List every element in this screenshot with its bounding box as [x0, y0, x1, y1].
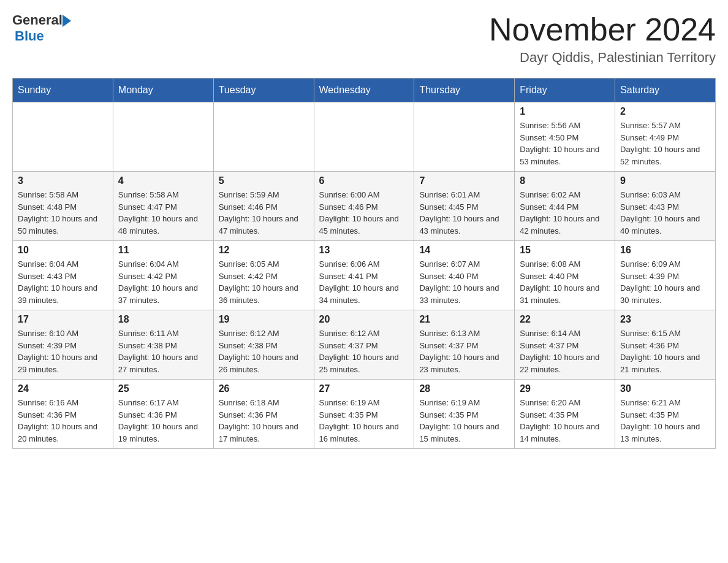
day-number: 5 — [219, 175, 309, 186]
weekday-header-wednesday: Wednesday — [314, 79, 414, 102]
day-info: Sunrise: 6:03 AMSunset: 4:43 PMDaylight:… — [620, 189, 710, 237]
day-info: Sunrise: 6:06 AMSunset: 4:41 PMDaylight:… — [319, 258, 409, 306]
calendar-cell: 14Sunrise: 6:07 AMSunset: 4:40 PMDayligh… — [414, 241, 515, 310]
calendar-cell — [113, 102, 213, 172]
day-info: Sunrise: 6:19 AMSunset: 4:35 PMDaylight:… — [419, 397, 509, 445]
calendar-cell: 8Sunrise: 6:02 AMSunset: 4:44 PMDaylight… — [515, 172, 615, 241]
calendar-cell: 3Sunrise: 5:58 AMSunset: 4:48 PMDaylight… — [13, 172, 113, 241]
day-info: Sunrise: 6:08 AMSunset: 4:40 PMDaylight:… — [520, 258, 610, 306]
month-title: November 2024 — [489, 12, 716, 47]
weekday-header-thursday: Thursday — [414, 79, 515, 102]
calendar-cell: 24Sunrise: 6:16 AMSunset: 4:36 PMDayligh… — [13, 380, 113, 449]
weekday-header-saturday: Saturday — [615, 79, 716, 102]
day-number: 27 — [319, 383, 409, 394]
day-info: Sunrise: 6:21 AMSunset: 4:35 PMDaylight:… — [620, 397, 710, 445]
calendar-cell: 28Sunrise: 6:19 AMSunset: 4:35 PMDayligh… — [414, 380, 515, 449]
day-number: 15 — [520, 245, 610, 256]
day-info: Sunrise: 6:01 AMSunset: 4:45 PMDaylight:… — [419, 189, 509, 237]
calendar-cell: 10Sunrise: 6:04 AMSunset: 4:43 PMDayligh… — [13, 241, 113, 310]
day-info: Sunrise: 6:12 AMSunset: 4:37 PMDaylight:… — [319, 327, 409, 375]
day-number: 17 — [18, 314, 108, 325]
title-section: November 2024 Dayr Qiddis, Palestinian T… — [489, 12, 716, 66]
day-number: 29 — [520, 383, 610, 394]
calendar-cell: 12Sunrise: 6:05 AMSunset: 4:42 PMDayligh… — [213, 241, 314, 310]
calendar-cell: 7Sunrise: 6:01 AMSunset: 4:45 PMDaylight… — [414, 172, 515, 241]
day-info: Sunrise: 6:05 AMSunset: 4:42 PMDaylight:… — [219, 258, 309, 306]
calendar-cell: 1Sunrise: 5:56 AMSunset: 4:50 PMDaylight… — [515, 102, 615, 172]
calendar-cell: 16Sunrise: 6:09 AMSunset: 4:39 PMDayligh… — [615, 241, 716, 310]
day-info: Sunrise: 6:07 AMSunset: 4:40 PMDaylight:… — [419, 258, 509, 306]
day-number: 8 — [520, 175, 610, 186]
day-number: 24 — [18, 383, 108, 394]
day-info: Sunrise: 5:59 AMSunset: 4:46 PMDaylight:… — [219, 189, 309, 237]
day-info: Sunrise: 5:57 AMSunset: 4:49 PMDaylight:… — [620, 120, 710, 167]
calendar-cell: 4Sunrise: 5:58 AMSunset: 4:47 PMDaylight… — [113, 172, 213, 241]
calendar-cell: 27Sunrise: 6:19 AMSunset: 4:35 PMDayligh… — [314, 380, 414, 449]
location-subtitle: Dayr Qiddis, Palestinian Territory — [489, 50, 716, 66]
calendar-cell: 5Sunrise: 5:59 AMSunset: 4:46 PMDaylight… — [213, 172, 314, 241]
day-number: 18 — [118, 314, 208, 325]
calendar-cell: 30Sunrise: 6:21 AMSunset: 4:35 PMDayligh… — [615, 380, 716, 449]
day-number: 2 — [620, 106, 710, 117]
day-number: 28 — [419, 383, 509, 394]
day-info: Sunrise: 6:04 AMSunset: 4:43 PMDaylight:… — [18, 258, 108, 306]
day-info: Sunrise: 6:02 AMSunset: 4:44 PMDaylight:… — [520, 189, 610, 237]
calendar-week-row: 1Sunrise: 5:56 AMSunset: 4:50 PMDaylight… — [13, 102, 716, 172]
day-number: 21 — [419, 314, 509, 325]
calendar-cell: 15Sunrise: 6:08 AMSunset: 4:40 PMDayligh… — [515, 241, 615, 310]
day-info: Sunrise: 6:13 AMSunset: 4:37 PMDaylight:… — [419, 327, 509, 375]
page-header: General Blue November 2024 Dayr Qiddis, … — [12, 12, 716, 66]
calendar-cell — [414, 102, 515, 172]
day-number: 25 — [118, 383, 208, 394]
day-info: Sunrise: 6:10 AMSunset: 4:39 PMDaylight:… — [18, 327, 108, 375]
calendar-week-row: 10Sunrise: 6:04 AMSunset: 4:43 PMDayligh… — [13, 241, 716, 310]
calendar-cell: 9Sunrise: 6:03 AMSunset: 4:43 PMDaylight… — [615, 172, 716, 241]
calendar-header-row: SundayMondayTuesdayWednesdayThursdayFrid… — [13, 79, 716, 102]
day-info: Sunrise: 5:58 AMSunset: 4:47 PMDaylight:… — [118, 189, 208, 237]
weekday-header-monday: Monday — [113, 79, 213, 102]
day-info: Sunrise: 6:15 AMSunset: 4:36 PMDaylight:… — [620, 327, 710, 375]
day-number: 9 — [620, 175, 710, 186]
day-info: Sunrise: 6:16 AMSunset: 4:36 PMDaylight:… — [18, 397, 108, 445]
calendar-cell: 13Sunrise: 6:06 AMSunset: 4:41 PMDayligh… — [314, 241, 414, 310]
day-info: Sunrise: 6:18 AMSunset: 4:36 PMDaylight:… — [219, 397, 309, 445]
calendar-cell: 23Sunrise: 6:15 AMSunset: 4:36 PMDayligh… — [615, 310, 716, 380]
day-info: Sunrise: 6:14 AMSunset: 4:37 PMDaylight:… — [520, 327, 610, 375]
weekday-header-friday: Friday — [515, 79, 615, 102]
day-info: Sunrise: 5:58 AMSunset: 4:48 PMDaylight:… — [18, 189, 108, 237]
calendar-cell: 19Sunrise: 6:12 AMSunset: 4:38 PMDayligh… — [213, 310, 314, 380]
day-number: 6 — [319, 175, 409, 186]
day-number: 16 — [620, 245, 710, 256]
calendar-cell: 26Sunrise: 6:18 AMSunset: 4:36 PMDayligh… — [213, 380, 314, 449]
day-number: 20 — [319, 314, 409, 325]
calendar-cell: 29Sunrise: 6:20 AMSunset: 4:35 PMDayligh… — [515, 380, 615, 449]
weekday-header-tuesday: Tuesday — [213, 79, 314, 102]
calendar-cell: 18Sunrise: 6:11 AMSunset: 4:38 PMDayligh… — [113, 310, 213, 380]
day-info: Sunrise: 6:04 AMSunset: 4:42 PMDaylight:… — [118, 258, 208, 306]
day-info: Sunrise: 6:00 AMSunset: 4:46 PMDaylight:… — [319, 189, 409, 237]
calendar-cell: 11Sunrise: 6:04 AMSunset: 4:42 PMDayligh… — [113, 241, 213, 310]
day-info: Sunrise: 6:12 AMSunset: 4:38 PMDaylight:… — [219, 327, 309, 375]
day-info: Sunrise: 5:56 AMSunset: 4:50 PMDaylight:… — [520, 120, 610, 167]
calendar-table: SundayMondayTuesdayWednesdayThursdayFrid… — [12, 78, 716, 449]
calendar-cell — [314, 102, 414, 172]
day-number: 23 — [620, 314, 710, 325]
calendar-cell: 25Sunrise: 6:17 AMSunset: 4:36 PMDayligh… — [113, 380, 213, 449]
calendar-cell: 21Sunrise: 6:13 AMSunset: 4:37 PMDayligh… — [414, 310, 515, 380]
logo-arrow-icon — [63, 15, 71, 27]
calendar-week-row: 17Sunrise: 6:10 AMSunset: 4:39 PMDayligh… — [13, 310, 716, 380]
day-number: 12 — [219, 245, 309, 256]
day-number: 3 — [18, 175, 108, 186]
day-info: Sunrise: 6:20 AMSunset: 4:35 PMDaylight:… — [520, 397, 610, 445]
day-number: 30 — [620, 383, 710, 394]
weekday-header-sunday: Sunday — [13, 79, 113, 102]
day-number: 11 — [118, 245, 208, 256]
calendar-cell: 22Sunrise: 6:14 AMSunset: 4:37 PMDayligh… — [515, 310, 615, 380]
logo-blue-text: Blue — [15, 28, 44, 44]
calendar-cell: 6Sunrise: 6:00 AMSunset: 4:46 PMDaylight… — [314, 172, 414, 241]
calendar-cell — [13, 102, 113, 172]
day-number: 13 — [319, 245, 409, 256]
calendar-cell: 20Sunrise: 6:12 AMSunset: 4:37 PMDayligh… — [314, 310, 414, 380]
day-number: 4 — [118, 175, 208, 186]
calendar-week-row: 24Sunrise: 6:16 AMSunset: 4:36 PMDayligh… — [13, 380, 716, 449]
